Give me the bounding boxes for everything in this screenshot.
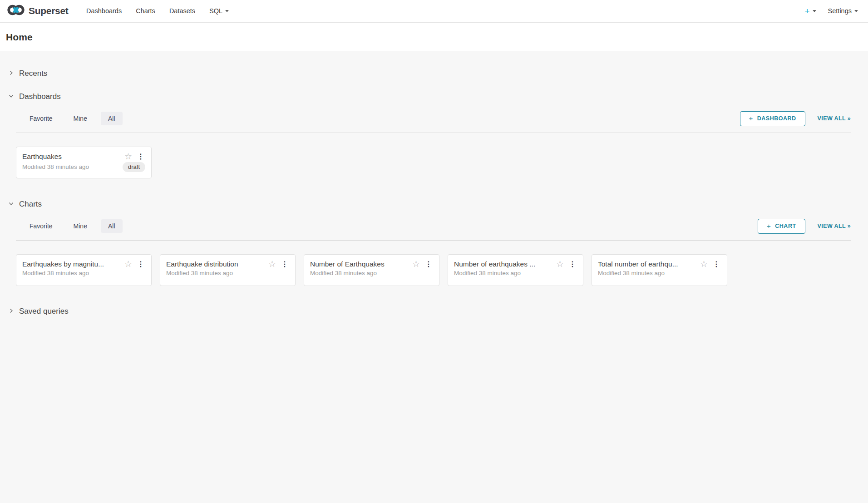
chevron-right-icon xyxy=(8,307,14,316)
chart-card[interactable]: Total number of earthqu... ☆ ⋮ Modified … xyxy=(592,254,727,286)
nav-item-charts[interactable]: Charts xyxy=(129,0,163,22)
chevron-down-icon xyxy=(8,200,14,209)
charts-toolbar: Favorite Mine All + CHART VIEW ALL » xyxy=(16,219,851,233)
navbar-right: + Settings xyxy=(804,7,861,15)
section-recents: Recents xyxy=(7,69,851,79)
new-chart-label: CHART xyxy=(775,223,796,229)
kebab-icon[interactable]: ⋮ xyxy=(136,261,145,268)
nav-item-label: SQL xyxy=(209,7,222,15)
brand-wordmark: Superset xyxy=(29,5,68,16)
home-content: Recents Dashboards Favorite Mine All + D… xyxy=(0,51,868,316)
dashboards-view-all-link[interactable]: VIEW ALL » xyxy=(818,115,851,122)
superset-infinity-icon xyxy=(6,4,25,18)
nav-item-dashboards[interactable]: Dashboards xyxy=(79,0,128,22)
charts-filter-tabs: Favorite Mine All xyxy=(22,219,123,233)
kebab-icon[interactable]: ⋮ xyxy=(712,261,721,268)
card-bottom: Modified 38 minutes ago xyxy=(166,270,289,276)
nav-item-label: Charts xyxy=(136,7,155,15)
new-dashboard-button[interactable]: + DASHBOARD xyxy=(740,111,805,126)
kebab-icon[interactable]: ⋮ xyxy=(136,153,145,160)
chevron-down-icon xyxy=(8,92,14,101)
card-top: Number of earthquakes ... ☆ ⋮ xyxy=(454,260,577,268)
tab-mine[interactable]: Mine xyxy=(66,219,94,233)
main-nav: Dashboards Charts Datasets SQL xyxy=(79,0,236,22)
card-modified: Modified 38 minutes ago xyxy=(598,270,665,276)
dashboards-divider xyxy=(16,133,851,133)
caret-down-icon xyxy=(854,10,858,12)
card-top: Number of Earthquakes ☆ ⋮ xyxy=(310,260,433,268)
card-bottom: Modified 38 minutes ago xyxy=(454,270,577,276)
kebab-icon[interactable]: ⋮ xyxy=(568,261,577,268)
charts-cards: Earthquakes by magnitu... ☆ ⋮ Modified 3… xyxy=(16,254,851,286)
dashboards-cards: Earthquakes ☆ ⋮ Modified 38 minutes ago … xyxy=(16,147,851,178)
card-title[interactable]: Earthquakes xyxy=(22,153,121,161)
card-modified: Modified 38 minutes ago xyxy=(22,163,89,170)
chart-card[interactable]: Number of earthquakes ... ☆ ⋮ Modified 3… xyxy=(448,254,583,286)
star-icon[interactable]: ☆ xyxy=(268,260,276,268)
plus-icon: + xyxy=(749,115,753,122)
nav-item-datasets[interactable]: Datasets xyxy=(162,0,202,22)
chart-card[interactable]: Earthquakes by magnitu... ☆ ⋮ Modified 3… xyxy=(16,254,152,286)
star-icon[interactable]: ☆ xyxy=(412,260,420,268)
plus-icon: + xyxy=(804,7,809,15)
star-icon[interactable]: ☆ xyxy=(556,260,564,268)
charts-actions: + CHART VIEW ALL » xyxy=(758,219,851,234)
new-dashboard-label: DASHBOARD xyxy=(757,115,796,122)
recents-collapse-header[interactable]: Recents xyxy=(8,69,851,79)
card-bottom: Modified 38 minutes ago xyxy=(598,270,721,276)
dashboard-card-earthquakes[interactable]: Earthquakes ☆ ⋮ Modified 38 minutes ago … xyxy=(16,147,152,178)
section-charts: Charts Favorite Mine All + CHART VIEW AL… xyxy=(7,199,851,286)
section-title: Charts xyxy=(19,200,42,209)
kebab-icon[interactable]: ⋮ xyxy=(424,261,433,268)
dashboards-body: Favorite Mine All + DASHBOARD VIEW ALL »… xyxy=(16,111,851,178)
charts-divider xyxy=(16,240,851,241)
card-bottom: Modified 38 minutes ago xyxy=(22,270,145,276)
card-modified: Modified 38 minutes ago xyxy=(22,270,89,276)
card-title[interactable]: Earthquakes by magnitu... xyxy=(22,260,121,268)
new-chart-button[interactable]: + CHART xyxy=(758,219,805,234)
charts-view-all-link[interactable]: VIEW ALL » xyxy=(818,223,851,229)
chart-card[interactable]: Earthquake distribution ☆ ⋮ Modified 38 … xyxy=(160,254,296,286)
saved-queries-collapse-header[interactable]: Saved queries xyxy=(8,306,851,316)
section-saved-queries: Saved queries xyxy=(7,306,851,316)
page-header: Home xyxy=(0,23,868,51)
top-navbar: Superset Dashboards Charts Datasets SQL … xyxy=(0,0,868,23)
draft-status-badge: draft xyxy=(123,162,145,172)
caret-down-icon xyxy=(225,10,229,12)
superset-logo[interactable]: Superset xyxy=(6,4,68,18)
card-title[interactable]: Number of earthquakes ... xyxy=(454,260,552,268)
plus-icon: + xyxy=(767,222,771,229)
dashboards-collapse-header[interactable]: Dashboards xyxy=(8,92,851,102)
tab-all[interactable]: All xyxy=(101,112,123,125)
section-title: Dashboards xyxy=(19,92,61,101)
star-icon[interactable]: ☆ xyxy=(124,152,132,161)
tab-favorite[interactable]: Favorite xyxy=(22,219,60,233)
settings-menu-button[interactable]: Settings xyxy=(828,7,858,15)
star-icon[interactable]: ☆ xyxy=(124,260,132,268)
charts-collapse-header[interactable]: Charts xyxy=(8,199,851,209)
chevron-right-icon xyxy=(8,69,14,78)
star-icon[interactable]: ☆ xyxy=(700,260,708,268)
card-top: Earthquakes ☆ ⋮ xyxy=(22,152,145,161)
card-top: Earthquake distribution ☆ ⋮ xyxy=(166,260,289,268)
card-title[interactable]: Total number of earthqu... xyxy=(598,260,696,268)
tab-all[interactable]: All xyxy=(101,219,123,233)
tab-favorite[interactable]: Favorite xyxy=(22,112,60,125)
card-title[interactable]: Number of Earthquakes xyxy=(310,260,409,268)
caret-down-icon xyxy=(813,10,816,12)
chart-card[interactable]: Number of Earthquakes ☆ ⋮ Modified 38 mi… xyxy=(304,254,439,286)
nav-item-label: Dashboards xyxy=(86,7,122,15)
dashboards-actions: + DASHBOARD VIEW ALL » xyxy=(740,111,851,126)
section-title: Recents xyxy=(19,69,47,78)
tab-mine[interactable]: Mine xyxy=(66,112,94,125)
new-item-menu-button[interactable]: + xyxy=(804,7,816,15)
card-modified: Modified 38 minutes ago xyxy=(166,270,233,276)
kebab-icon[interactable]: ⋮ xyxy=(280,261,289,268)
dashboards-filter-tabs: Favorite Mine All xyxy=(22,112,123,125)
nav-item-sql[interactable]: SQL xyxy=(202,0,236,22)
card-modified: Modified 38 minutes ago xyxy=(454,270,521,276)
card-title[interactable]: Earthquake distribution xyxy=(166,260,265,268)
card-top: Earthquakes by magnitu... ☆ ⋮ xyxy=(22,260,145,268)
card-bottom: Modified 38 minutes ago xyxy=(310,270,433,276)
card-top: Total number of earthqu... ☆ ⋮ xyxy=(598,260,721,268)
